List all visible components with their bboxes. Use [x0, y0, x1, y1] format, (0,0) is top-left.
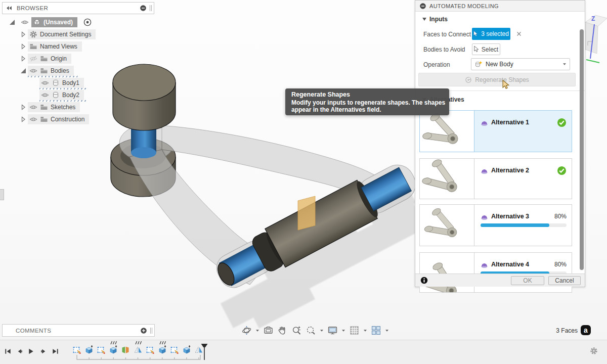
grid-tool-icon[interactable]	[349, 325, 360, 336]
tree-item-pill[interactable]: Body1	[39, 78, 84, 88]
doccube-icon	[33, 18, 41, 26]
tree-item-pill[interactable]: Origin	[28, 54, 71, 64]
alternative-card-3[interactable]: Alternative 380%	[419, 204, 572, 246]
assistant-icon[interactable]	[581, 325, 591, 335]
timeline-settings-gear-icon[interactable]	[590, 347, 598, 355]
activate-component-radio[interactable]	[83, 18, 92, 26]
step-back-button[interactable]	[16, 347, 24, 355]
tree-item-body2[interactable]: Body2	[0, 89, 162, 101]
tree-item-sketches[interactable]: Sketches	[0, 101, 162, 113]
alternative-thumbnail[interactable]	[420, 111, 474, 152]
timeline-feature-triangle[interactable]	[134, 345, 143, 354]
operation-dropdown[interactable]: New Body	[471, 58, 570, 70]
dialog-minimize-icon[interactable]	[419, 3, 426, 10]
tree-item-pill[interactable]: Document Settings	[28, 29, 96, 39]
timeline-feature-sketch[interactable]	[170, 345, 179, 354]
alternative-part-image	[420, 111, 474, 152]
expander-closed-icon[interactable]	[19, 30, 27, 38]
alternative-card-2[interactable]: Alternative 2	[419, 158, 572, 199]
viewports-dropdown-caret[interactable]	[385, 329, 389, 333]
timeline-feature-extrude[interactable]	[109, 345, 118, 354]
info-icon[interactable]	[420, 277, 428, 284]
progress-bar	[481, 223, 567, 227]
timeline-feature-extrude[interactable]	[84, 345, 94, 354]
tree-item-pill[interactable]: Named Views	[28, 41, 82, 52]
dialog-header[interactable]: AUTOMATED MODELING	[415, 1, 585, 12]
expander-open-icon[interactable]	[19, 67, 27, 75]
play-button[interactable]	[27, 347, 35, 355]
look-at-tool-icon[interactable]	[263, 325, 274, 336]
timeline-feature-extrude[interactable]	[182, 345, 191, 354]
orbit-tool-icon[interactable]	[241, 325, 252, 336]
tree-item-document-settings[interactable]: Document Settings	[0, 28, 162, 40]
tree-item-pill[interactable]: Sketches	[28, 102, 80, 112]
grid-dropdown-caret[interactable]	[363, 329, 367, 333]
viewport-edge-tab[interactable]	[0, 189, 4, 200]
skip-to-start-button[interactable]	[4, 347, 12, 355]
selection-status: 3 Faces	[546, 327, 578, 334]
expander-open-icon[interactable]	[8, 18, 16, 26]
viewports-tool-icon[interactable]	[371, 325, 381, 336]
visibility-eye-icon[interactable]	[21, 18, 29, 26]
tree-item-body1[interactable]: Body1	[0, 77, 162, 89]
orbit-dropdown-caret[interactable]	[255, 329, 259, 333]
timeline-feature-extrude[interactable]	[158, 345, 167, 354]
comments-panel-header[interactable]: COMMENTS	[2, 324, 155, 337]
mouse-cursor	[502, 79, 510, 90]
tree-item-pill[interactable]: Body2	[39, 90, 84, 100]
timeline-feature-sketch[interactable]	[72, 345, 81, 354]
bodies-select-label: Select	[482, 46, 498, 53]
dialog-title: AUTOMATED MODELING	[429, 3, 499, 9]
dialog-footer: OK Cancel	[415, 274, 585, 287]
zoom-tool-icon[interactable]	[291, 325, 302, 336]
tree-item-pill[interactable]: Construction	[28, 114, 89, 124]
alternative-part-image	[422, 206, 471, 245]
tree-item-construction[interactable]: Construction	[0, 113, 162, 125]
expander-closed-icon[interactable]	[19, 55, 27, 63]
cancel-button[interactable]: Cancel	[548, 276, 581, 285]
faces-to-connect-label: Faces to Connect	[423, 31, 471, 38]
folder-icon	[40, 55, 48, 63]
timeline-feature-sketch[interactable]	[146, 345, 155, 354]
step-forward-button[interactable]	[39, 347, 48, 355]
tree-item-named-views[interactable]: Named Views	[0, 40, 162, 53]
clear-selection-icon[interactable]	[515, 30, 523, 37]
collapse-browser-icon[interactable]	[6, 5, 13, 12]
panel-scrollbar[interactable]	[580, 29, 584, 270]
tree-item-label: Sketches	[51, 104, 75, 111]
expander-closed-icon[interactable]	[19, 103, 27, 111]
timeline-feature-triangle[interactable]	[194, 345, 203, 354]
browser-panel-header[interactable]: BROWSER	[2, 2, 154, 14]
alternative-card-1[interactable]: Alternative 1	[419, 110, 572, 152]
inputs-section-header[interactable]: Inputs	[422, 16, 448, 23]
visibility-eye-icon	[29, 115, 37, 123]
fit-dropdown-caret[interactable]	[320, 329, 324, 333]
timeline-feature-sketch[interactable]	[97, 345, 106, 354]
ok-button[interactable]: OK	[511, 276, 544, 285]
tree-item-bodies[interactable]: Bodies	[0, 65, 162, 77]
expander-closed-icon[interactable]	[19, 42, 27, 51]
timeline-feature-mirror[interactable]	[121, 345, 130, 354]
add-comment-icon[interactable]	[140, 327, 147, 334]
browser-drag-grip[interactable]	[149, 4, 153, 12]
fit-tool-icon[interactable]	[306, 325, 316, 336]
bodies-select-button[interactable]: Select	[472, 43, 500, 55]
comments-title: COMMENTS	[16, 328, 140, 334]
viewcube[interactable]: Z	[585, 12, 607, 68]
alternative-card-4[interactable]: Alternative 480%	[419, 252, 572, 293]
display-settings-tool-icon[interactable]	[327, 325, 338, 336]
expander-closed-icon[interactable]	[19, 115, 27, 123]
regenerate-shapes-button[interactable]: Regenerate Shapes	[418, 73, 576, 86]
tree-item--unsaved-[interactable]: (Unsaved)	[0, 16, 162, 28]
tree-item-pill[interactable]: (Unsaved)	[31, 17, 77, 27]
faces-selected-button[interactable]: 3 selected	[472, 28, 510, 40]
tree-item-pill[interactable]: Bodies	[28, 66, 74, 76]
browser-minimize-icon[interactable]	[140, 5, 147, 12]
display-settings-dropdown-caret[interactable]	[341, 329, 345, 333]
comments-drag-grip[interactable]	[149, 327, 153, 335]
alternative-thumbnail[interactable]	[420, 159, 474, 199]
skip-to-end-button[interactable]	[51, 347, 59, 355]
pan-tool-icon[interactable]	[277, 325, 288, 336]
tree-item-origin[interactable]: Origin	[0, 53, 162, 65]
alternative-thumbnail[interactable]	[420, 205, 474, 246]
